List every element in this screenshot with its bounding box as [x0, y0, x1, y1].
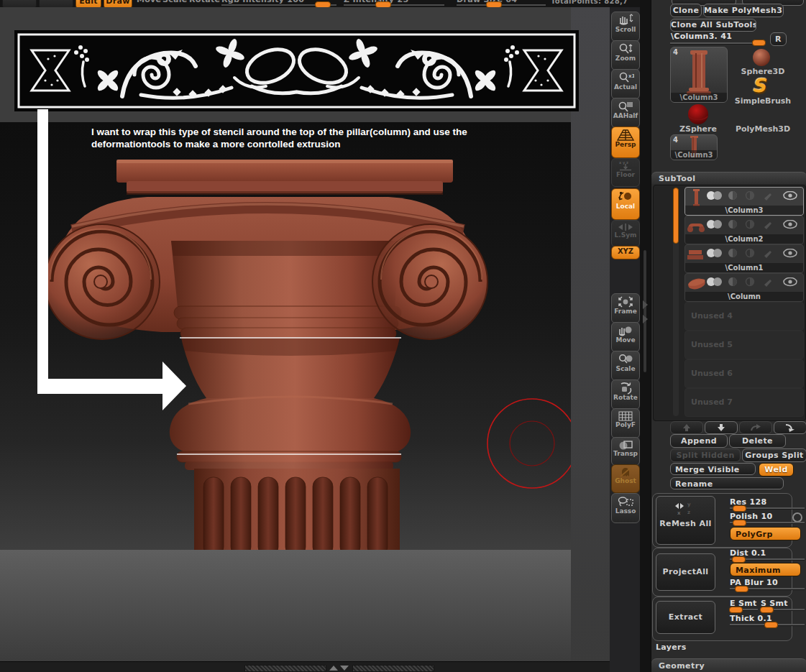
perspective-grid-icon — [616, 129, 635, 142]
subtool-row-column[interactable]: \Column — [684, 273, 804, 302]
rgb-intensity-handle[interactable] — [315, 1, 331, 7]
right-toolbar: Scroll Zoom x1 Actual AAHalf Persp x y z… — [610, 7, 640, 672]
pa-blur-slider-handle[interactable] — [735, 586, 748, 592]
polygrp-button[interactable]: PolyGrp — [730, 527, 801, 540]
floor-button[interactable]: x y z Floor — [611, 158, 640, 187]
zoom-magnifier-icon — [617, 42, 634, 55]
tray-collapse-arrow-2[interactable] — [643, 315, 648, 323]
subtool-row-column1[interactable]: \Column1 — [684, 244, 804, 273]
subtool-row-column3[interactable]: \Column3 — [684, 187, 804, 216]
maximum-button[interactable]: Maximum — [730, 563, 801, 576]
s-smt-slider-handle[interactable] — [760, 607, 774, 613]
subtool-paste-button[interactable] — [774, 421, 806, 434]
remesh-all-button[interactable]: xyz ReMesh All — [656, 496, 715, 545]
svg-text:z: z — [687, 510, 690, 515]
lsym-button[interactable]: L.Sym — [611, 220, 640, 247]
aahalf-button[interactable]: AAHalf — [611, 98, 640, 128]
draw-size-handle[interactable] — [486, 1, 502, 7]
actual-button[interactable]: x1 Actual — [611, 69, 640, 99]
frame-button[interactable]: Frame — [611, 293, 640, 323]
persp-button[interactable]: Persp — [611, 126, 640, 158]
subtool-row-icons[interactable] — [705, 220, 800, 229]
rename-button[interactable]: Rename — [670, 477, 784, 489]
active-tool-slider-handle[interactable] — [752, 40, 766, 46]
zoom-button[interactable]: Zoom — [611, 40, 640, 70]
subtool-move-up-button[interactable] — [670, 421, 703, 434]
e-smt-slider-handle[interactable] — [729, 607, 743, 613]
subtool-row-unused4[interactable]: Unused 4 — [684, 302, 804, 331]
active-tool-thumbnail[interactable]: 4 \Column3 — [670, 47, 728, 103]
panel-divider[interactable] — [640, 0, 651, 672]
scroll-button[interactable]: Scroll — [611, 11, 640, 42]
polyf-button[interactable]: PolyF — [611, 408, 640, 438]
tray-down-arrow[interactable] — [340, 666, 349, 671]
subtool-row-unused5[interactable]: Unused 5 — [684, 331, 804, 359]
tool-panel: Clone Make PolyMesh3D Clone All SubTools… — [651, 0, 806, 672]
tool-item-polymesh3d[interactable]: PolyMesh3D — [731, 106, 795, 133]
merge-visible-button[interactable]: Merge Visible — [670, 463, 756, 475]
z-intensity-handle[interactable] — [375, 1, 391, 7]
tool-item-simplebrush[interactable]: S SimpleBrush — [731, 76, 795, 105]
subtool-scrollbar-thumb[interactable] — [673, 188, 679, 244]
subtool-row-column2[interactable]: \Column2 — [684, 216, 804, 244]
tray-up-arrow[interactable] — [329, 666, 338, 671]
subtool-row-icons[interactable] — [705, 277, 800, 287]
symmetry-icon — [617, 222, 634, 232]
active-tool-slider[interactable] — [670, 42, 765, 44]
local-pivot-icon — [617, 190, 634, 203]
tool-thumbnail-small[interactable]: 4 \Column3 — [670, 134, 718, 160]
subtool-copy-button[interactable] — [739, 421, 772, 434]
zbrush-window: Edit Draw Move Scale Rotate Rgb Intensit… — [0, 0, 806, 672]
clone-all-subtools-button[interactable]: Clone All SubTools — [670, 19, 756, 32]
tray-collapse-arrow-1[interactable] — [643, 300, 648, 309]
scroll-hand-icon — [617, 14, 634, 27]
layers-section-label[interactable]: Layers — [656, 643, 687, 652]
rotate-button[interactable]: Rotate — [611, 379, 640, 410]
polish-toggle-icon[interactable] — [792, 512, 802, 523]
transp-button[interactable]: Transp — [611, 437, 640, 466]
scale-magnifier-icon — [617, 353, 634, 366]
remesh-axis-icon: xyz — [672, 500, 700, 515]
split-hidden-button[interactable]: Split Hidden — [670, 448, 741, 462]
redo-arrow-icon — [750, 423, 761, 432]
projectall-button[interactable]: ProjectAll — [656, 553, 715, 591]
subtool-row-unused7[interactable]: Unused 7 — [684, 388, 804, 417]
ghost-button[interactable]: Ghost — [611, 464, 640, 493]
tray-handle-left[interactable] — [244, 665, 326, 672]
groups-split-button[interactable]: Groups Split — [742, 448, 806, 462]
subtool-row-icons[interactable] — [705, 191, 800, 201]
divider-scrollbar[interactable] — [644, 250, 646, 372]
annotation-line-1: I want to wrap this type of stencil arou… — [91, 126, 494, 138]
append-button[interactable]: Append — [670, 434, 728, 448]
delete-button[interactable]: Delete — [729, 434, 786, 448]
subtool-row-icons[interactable] — [705, 249, 800, 258]
lasso-button[interactable]: Lasso — [611, 493, 640, 523]
rotate-xyz-button[interactable]: XYZ — [611, 246, 640, 259]
polish-slider-handle[interactable] — [733, 520, 746, 526]
local-button[interactable]: Local — [611, 188, 640, 220]
weld-button[interactable]: Weld — [759, 463, 794, 477]
make-polymesh3d-button[interactable]: Make PolyMesh3D — [703, 4, 784, 17]
scale-button[interactable]: Scale — [611, 351, 640, 381]
tray-divider[interactable] — [0, 661, 610, 672]
subtool-header[interactable]: SubTool — [651, 172, 806, 184]
res-slider-handle[interactable] — [733, 505, 746, 512]
subtool-list: \Column3 \Column2 \Column1 \Column Unuse… — [653, 185, 806, 421]
subtool-move-down-button[interactable] — [705, 421, 738, 434]
thick-slider-handle[interactable] — [764, 622, 778, 628]
subtool-row-unused6[interactable]: Unused 6 — [684, 359, 804, 388]
restore-config-button[interactable]: R — [770, 32, 787, 46]
tool-item-zsphere[interactable]: ZSphere — [670, 103, 726, 134]
rotate-hand-icon — [617, 382, 634, 395]
tool-item-sphere3d[interactable]: Sphere3D — [731, 47, 795, 75]
active-tool-slider-label: \Column3. 41 — [671, 32, 732, 41]
z-intensity-slider[interactable] — [344, 4, 444, 6]
polyframe-grid-icon — [617, 410, 634, 422]
geometry-header[interactable]: Geometry — [651, 658, 806, 672]
dist-slider-handle[interactable] — [732, 556, 746, 563]
move-button[interactable]: Move — [611, 322, 640, 352]
extract-button[interactable]: Extract — [656, 601, 715, 634]
clone-button[interactable]: Clone — [670, 4, 702, 17]
lasso-icon — [617, 495, 634, 508]
tray-handle-right[interactable] — [352, 665, 434, 672]
